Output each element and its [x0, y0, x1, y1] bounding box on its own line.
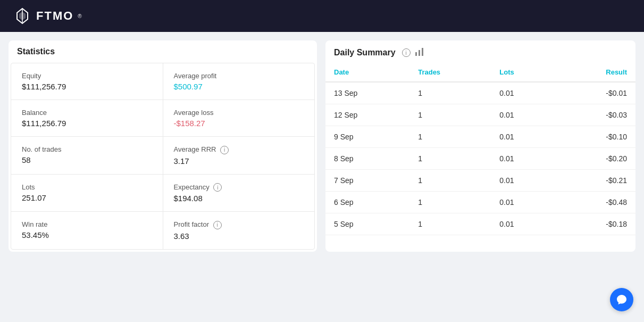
cell-lots-1: 0.01	[491, 104, 556, 126]
cell-trades-5: 1	[409, 192, 491, 213]
table-row: 6 Sep 1 0.01 -$0.48	[325, 192, 635, 213]
equity-value: $111,256.79	[22, 82, 152, 91]
cell-trades-1: 1	[409, 104, 491, 126]
expectancy-label: Expectancy i	[174, 183, 304, 192]
stats-cell-winrate: Win rate 53.45%	[11, 212, 163, 249]
cell-lots-4: 0.01	[491, 170, 556, 192]
avg-loss-value: -$158.27	[174, 119, 304, 128]
lots-value: 251.07	[22, 193, 152, 202]
cell-lots-6: 0.01	[491, 213, 556, 235]
table-row: 13 Sep 1 0.01 -$0.01	[325, 82, 635, 104]
logo: FTMO®	[13, 6, 82, 26]
avg-profit-value: $500.97	[174, 82, 304, 91]
stats-cell-equity: Equity $111,256.79	[11, 63, 163, 100]
expectancy-info-icon[interactable]: i	[213, 183, 222, 192]
logo-trademark: ®	[78, 13, 81, 19]
profit-factor-value: 3.63	[174, 232, 304, 241]
chart-icon[interactable]	[415, 47, 424, 59]
cell-result-4: -$0.21	[556, 170, 635, 192]
table-row: 12 Sep 1 0.01 -$0.03	[325, 104, 635, 126]
balance-label: Balance	[22, 109, 152, 117]
cell-result-2: -$0.10	[556, 126, 635, 148]
cell-lots-0: 0.01	[491, 82, 556, 104]
cell-lots-2: 0.01	[491, 126, 556, 148]
lots-label: Lots	[22, 183, 152, 191]
col-result: Result	[556, 63, 635, 82]
header: FTMO®	[0, 0, 644, 32]
profit-factor-info-icon[interactable]: i	[213, 221, 222, 229]
table-row: 8 Sep 1 0.01 -$0.20	[325, 148, 635, 170]
stats-row-5: Win rate 53.45% Profit factor i 3.63	[11, 212, 314, 249]
cell-date-1: 12 Sep	[325, 104, 409, 126]
col-trades: Trades	[409, 63, 491, 82]
stats-cell-lots: Lots 251.07	[11, 175, 163, 212]
trades-value: 58	[22, 155, 152, 164]
balance-value: $111,256.79	[22, 119, 152, 128]
cell-trades-4: 1	[409, 170, 491, 192]
rrr-label: Average RRR i	[174, 145, 304, 154]
table-row: 5 Sep 1 0.01 -$0.18	[325, 213, 635, 235]
stats-row-3: No. of trades 58 Average RRR i 3.17	[11, 137, 314, 175]
rrr-info-icon[interactable]: i	[220, 146, 229, 154]
winrate-label: Win rate	[22, 220, 152, 228]
cell-date-6: 5 Sep	[325, 213, 409, 235]
svg-rect-4	[419, 50, 420, 56]
cell-trades-6: 1	[409, 213, 491, 235]
cell-result-6: -$0.18	[556, 213, 635, 235]
table-header-row: Date Trades Lots Result	[325, 63, 635, 82]
daily-table-wrapper[interactable]: Date Trades Lots Result 13 Sep 1 0.01 -$…	[325, 63, 635, 235]
cell-lots-5: 0.01	[491, 192, 556, 213]
cell-trades-0: 1	[409, 82, 491, 104]
svg-rect-3	[415, 52, 417, 56]
table-row: 7 Sep 1 0.01 -$0.21	[325, 170, 635, 192]
main-content: Statistics Equity $111,256.79 Average pr…	[0, 32, 644, 260]
stats-cell-avg-profit: Average profit $500.97	[163, 63, 315, 100]
daily-summary-header: Daily Summary i	[325, 40, 635, 63]
stats-cell-avg-loss: Average loss -$158.27	[163, 100, 315, 136]
cell-trades-2: 1	[409, 126, 491, 148]
cell-result-0: -$0.01	[556, 82, 635, 104]
col-date: Date	[325, 63, 409, 82]
cell-result-3: -$0.20	[556, 148, 635, 170]
cell-date-2: 9 Sep	[325, 126, 409, 148]
cell-lots-3: 0.01	[491, 148, 556, 170]
stats-cell-expectancy: Expectancy i $194.08	[163, 175, 315, 212]
stats-cell-rrr: Average RRR i 3.17	[163, 137, 315, 174]
logo-text: FTMO	[36, 9, 73, 23]
ftmo-logo-icon	[13, 6, 32, 26]
daily-summary-info-icon[interactable]: i	[402, 48, 411, 57]
cell-date-5: 6 Sep	[325, 192, 409, 213]
table-row: 9 Sep 1 0.01 -$0.10	[325, 126, 635, 148]
stats-row-2: Balance $111,256.79 Average loss -$158.2…	[11, 100, 314, 137]
expectancy-value: $194.08	[174, 194, 304, 203]
equity-label: Equity	[22, 72, 152, 80]
stats-row-1: Equity $111,256.79 Average profit $500.9…	[11, 63, 314, 100]
winrate-value: 53.45%	[22, 230, 152, 240]
stats-cell-profit-factor: Profit factor i 3.63	[163, 212, 315, 249]
avg-profit-label: Average profit	[174, 72, 304, 80]
cell-result-1: -$0.03	[556, 104, 635, 126]
cell-date-3: 8 Sep	[325, 148, 409, 170]
cell-result-5: -$0.48	[556, 192, 635, 213]
stats-cell-trades: No. of trades 58	[11, 137, 163, 174]
daily-summary-panel: Daily Summary i Date Trades Lots Result	[325, 40, 635, 252]
svg-rect-5	[422, 48, 423, 56]
statistics-panel: Statistics Equity $111,256.79 Average pr…	[9, 40, 317, 252]
stats-grid: Equity $111,256.79 Average profit $500.9…	[11, 63, 315, 250]
col-lots: Lots	[491, 63, 556, 82]
daily-table: Date Trades Lots Result 13 Sep 1 0.01 -$…	[325, 63, 635, 235]
rrr-value: 3.17	[174, 156, 304, 166]
cell-date-0: 13 Sep	[325, 82, 409, 104]
statistics-title: Statistics	[9, 40, 317, 61]
trades-label: No. of trades	[22, 145, 152, 153]
stats-cell-balance: Balance $111,256.79	[11, 100, 163, 136]
profit-factor-label: Profit factor i	[174, 220, 304, 229]
avg-loss-label: Average loss	[174, 109, 304, 117]
daily-summary-title: Daily Summary	[334, 48, 396, 57]
cell-date-4: 7 Sep	[325, 170, 409, 192]
stats-row-4: Lots 251.07 Expectancy i $194.08	[11, 175, 314, 212]
cell-trades-3: 1	[409, 148, 491, 170]
